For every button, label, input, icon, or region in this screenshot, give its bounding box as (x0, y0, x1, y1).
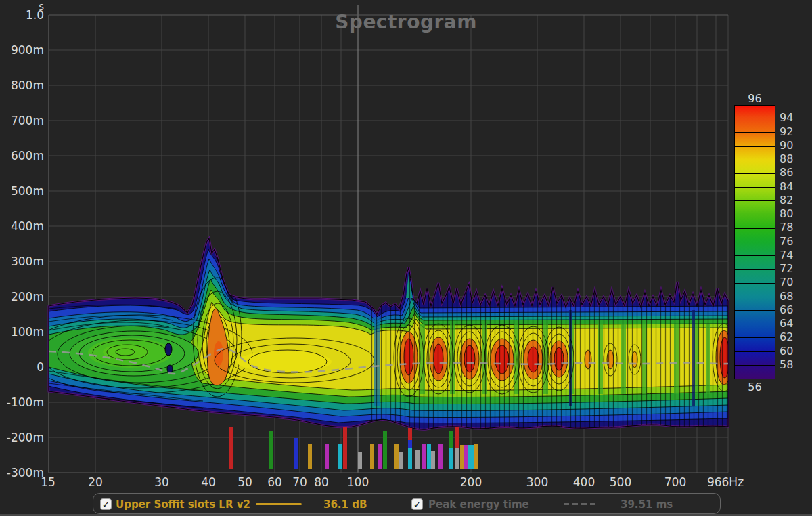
colorbar-segment (735, 338, 775, 351)
y-tick-400m: 400m (0, 220, 44, 232)
legend-2[interactable]: Peak energy time (428, 494, 529, 515)
colorbar-label-72: 72 (780, 263, 793, 275)
legend-1-value-wrap: 36.1 dB (323, 494, 367, 515)
checkbox-checked-icon[interactable]: ✓ (411, 498, 423, 510)
colorbar-segment (735, 133, 775, 146)
colorbar-label-62: 62 (780, 331, 793, 343)
colorbar-label-66: 66 (780, 304, 793, 316)
colorbar-label-80: 80 (780, 208, 793, 220)
colorbar-label-68: 68 (780, 291, 793, 303)
x-tick-80: 80 (314, 476, 329, 488)
colorbar (734, 105, 775, 379)
colorbar-label-58: 58 (780, 359, 793, 371)
y-tick--200m: -200m (0, 431, 44, 444)
legend-bar: ✓ Upper Soffit slots LR v2 36.1 dB ✓ Pea… (93, 493, 721, 514)
legend-2-label: Peak energy time (428, 498, 529, 511)
x-tick-966Hz: 966Hz (707, 476, 744, 488)
colorbar-label-64: 64 (780, 318, 793, 330)
line-swatch-icon (256, 503, 302, 506)
x-axis: 1520304050607080100200300400500700966Hz (0, 476, 812, 490)
x-tick-200: 200 (460, 476, 482, 488)
colorbar-segment (735, 160, 775, 174)
y-tick-600m: 600m (0, 150, 44, 162)
colorbar-segment (735, 270, 775, 283)
colorbar-segment (735, 119, 775, 133)
legend-1-swatch (256, 494, 302, 515)
colorbar-segment (735, 174, 775, 188)
x-tick-30: 30 (154, 476, 169, 488)
colorbar-segment (735, 311, 775, 324)
colorbar-label-88: 88 (780, 153, 793, 165)
contour-plot (25, 238, 736, 437)
x-tick-70: 70 (292, 476, 307, 488)
colorbar-label-82: 82 (780, 194, 793, 207)
legend-1[interactable]: Upper Soffit slots LR v2 (116, 494, 250, 515)
colorbar-segment (735, 201, 775, 215)
x-tick-100: 100 (347, 476, 369, 488)
page-title: Spectrogram (0, 11, 812, 33)
colorbar-scale-labels: 94929088868482807876747270686664626058 (780, 105, 807, 379)
y-tick-300m: 300m (0, 255, 44, 267)
colorbar-label-90: 90 (780, 139, 793, 152)
x-tick-500: 500 (610, 476, 631, 488)
colorbar-segment (735, 366, 775, 379)
checkbox-checked-icon[interactable]: ✓ (100, 498, 112, 510)
colorbar-max-label: 96 (734, 92, 775, 105)
y-tick-0: 0 (0, 361, 44, 373)
x-tick-15: 15 (41, 476, 55, 488)
colorbar-segment (735, 106, 775, 119)
colorbar-label-74: 74 (780, 249, 793, 261)
legend-2-checkbox[interactable]: ✓ (411, 494, 423, 515)
colorbar-min-label: 56 (734, 381, 775, 393)
colorbar-label-60: 60 (780, 345, 793, 358)
colorbar-label-92: 92 (780, 126, 793, 138)
colorbar-segment (735, 215, 775, 229)
colorbar-segment (735, 352, 775, 366)
colorbar-label-78: 78 (780, 221, 793, 234)
y-tick-1.0: 1.0 (0, 9, 44, 21)
x-tick-300: 300 (526, 476, 548, 488)
y-tick-500m: 500m (0, 185, 44, 197)
legend-2-value: 39.51 ms (621, 498, 673, 511)
y-tick-800m: 800m (0, 79, 44, 91)
y-tick-700m: 700m (0, 114, 44, 127)
legend-1-checkbox[interactable]: ✓ (100, 494, 112, 515)
y-tick-100m: 100m (0, 326, 44, 338)
colorbar-label-76: 76 (780, 236, 793, 248)
x-tick-400: 400 (573, 476, 595, 488)
legend-2-value-wrap: 39.51 ms (621, 494, 673, 515)
legend-1-value: 36.1 dB (323, 498, 367, 511)
colorbar-label-94: 94 (780, 112, 793, 124)
legend-2-swatch (564, 494, 595, 515)
x-tick-60: 60 (267, 476, 282, 488)
colorbar-label-86: 86 (780, 167, 793, 179)
x-tick-40: 40 (201, 476, 216, 488)
x-tick-20: 20 (88, 476, 103, 488)
colorbar-segment (735, 242, 775, 256)
colorbar-segment (735, 229, 775, 242)
colorbar-segment (735, 188, 775, 201)
x-tick-50: 50 (238, 476, 252, 488)
spectrogram-plot[interactable] (0, 0, 812, 516)
colorbar-segment (735, 284, 775, 297)
x-tick-700: 700 (664, 476, 686, 488)
dashed-line-swatch-icon (564, 503, 595, 506)
colorbar-segment (735, 147, 775, 160)
y-tick-200m: 200m (0, 291, 44, 303)
colorbar-segment (735, 297, 775, 311)
y-axis: 1.0900m800m700m600m500m400m300m200m100m0… (0, 0, 44, 516)
colorbar-label-84: 84 (780, 181, 793, 193)
colorbar-segment (735, 324, 775, 338)
y-tick-900m: 900m (0, 44, 44, 56)
colorbar-label-70: 70 (780, 276, 793, 288)
y-tick--100m: -100m (0, 396, 44, 408)
colorbar-segment (735, 256, 775, 270)
legend-1-label: Upper Soffit slots LR v2 (116, 498, 250, 511)
